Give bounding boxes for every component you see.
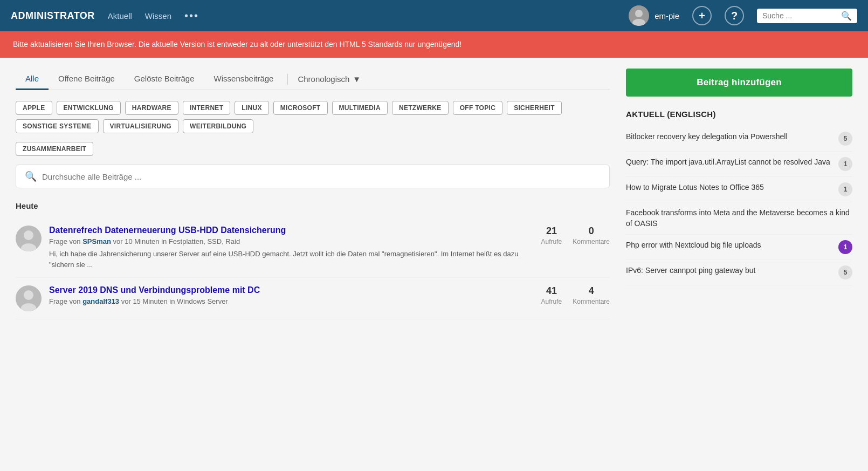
nav-link-wissen[interactable]: Wissen bbox=[145, 9, 171, 23]
nav-search-icon[interactable]: 🔍 bbox=[841, 11, 852, 21]
tab-alle[interactable]: Alle bbox=[16, 69, 49, 90]
tags-row-2: ZUSAMMENARBEIT bbox=[16, 142, 610, 156]
post-views-1: 21 Aufrufe bbox=[541, 226, 562, 245]
post-author-2[interactable]: gandalf313 bbox=[82, 297, 119, 305]
post-meta-1: Frage von SPSman vor 10 Minuten in Festp… bbox=[49, 237, 534, 245]
search-input[interactable] bbox=[42, 172, 601, 181]
tag-apple[interactable]: APPLE bbox=[16, 101, 52, 115]
tag-entwicklung[interactable]: ENTWICKLUNG bbox=[57, 101, 121, 115]
post-views-2: 41 Aufrufe bbox=[541, 285, 562, 305]
post-comments-count-2: 4 bbox=[589, 285, 594, 297]
post-meta-suffix-1: vor 10 Minuten in Festplatten, SSD, Raid bbox=[113, 237, 240, 245]
post-comments-1: 0 Kommentare bbox=[573, 226, 610, 245]
sidebar-item-5[interactable]: Php error with Nextcloud big file upload… bbox=[626, 235, 852, 260]
post-avatar-2 bbox=[16, 285, 42, 311]
post-excerpt-1: Hi, ich habe die Jahrensicherung unserer… bbox=[49, 249, 534, 270]
tag-hardware[interactable]: HARDWARE bbox=[125, 101, 178, 115]
nav-brand[interactable]: ADMINISTRATOR bbox=[11, 10, 95, 22]
sidebar-item-badge-3: 1 bbox=[838, 182, 852, 196]
alert-text: Bitte aktualisieren Sie Ihren Browser. D… bbox=[13, 40, 461, 49]
search-bar: 🔍 bbox=[16, 165, 610, 188]
post-meta-prefix-2: Frage von bbox=[49, 297, 81, 305]
post-title-2[interactable]: Server 2019 DNS und Verbindungsprobleme … bbox=[49, 285, 534, 295]
add-post-button[interactable]: Beitrag hinzufügen bbox=[626, 69, 852, 97]
section-today-header: Heute bbox=[16, 201, 610, 210]
nav-help-button[interactable]: ? bbox=[725, 6, 744, 25]
post-avatar-image-2 bbox=[16, 285, 42, 311]
chevron-down-icon: ▼ bbox=[353, 74, 361, 84]
tag-sonstige[interactable]: SONSTIGE SYSTEME bbox=[16, 119, 99, 133]
svg-point-1 bbox=[635, 10, 643, 17]
sidebar-item-title-5: Php error with Nextcloud big file upload… bbox=[626, 240, 833, 251]
post-views-count-2: 41 bbox=[546, 285, 557, 297]
sidebar-item-2[interactable]: Query: The import java.util.ArrayList ca… bbox=[626, 152, 852, 177]
sidebar-item-badge-5: 1 bbox=[838, 240, 852, 254]
nav-user[interactable]: em-pie bbox=[629, 5, 679, 26]
sidebar-item-title-6: IPv6: Server cannpot ping gateway but bbox=[626, 265, 833, 276]
post-body-1: Datenrefrech Datenerneuerung USB-HDD Dat… bbox=[49, 226, 534, 270]
post-views-label-2: Aufrufe bbox=[541, 298, 562, 305]
nav-search-input[interactable] bbox=[762, 11, 838, 20]
tab-sort[interactable]: Chronologisch ▼ bbox=[292, 69, 366, 89]
sidebar-item-badge-1: 5 bbox=[838, 132, 852, 146]
post-author-1[interactable]: SPSman bbox=[82, 237, 111, 245]
sidebar-section-title: AKTUELL (ENGLISCH) bbox=[626, 110, 852, 119]
tab-wissens[interactable]: Wissensbeiträge bbox=[204, 69, 284, 90]
post-comments-count-1: 0 bbox=[589, 226, 594, 237]
post-stats-2: 41 Aufrufe 4 Kommentare bbox=[541, 285, 610, 305]
tag-zusammenarbeit[interactable]: ZUSAMMENARBEIT bbox=[16, 142, 93, 156]
post-item-2: Server 2019 DNS und Verbindungsprobleme … bbox=[16, 278, 610, 319]
svg-point-7 bbox=[24, 290, 33, 300]
avatar-image bbox=[629, 5, 649, 26]
sidebar-item-title-4: Facebook transforms into Meta and the Me… bbox=[626, 208, 852, 229]
post-comments-label-2: Kommentare bbox=[573, 298, 610, 305]
nav-search: 🔍 bbox=[757, 9, 857, 23]
post-meta-2: Frage von gandalf313 vor 15 Minuten in W… bbox=[49, 297, 534, 305]
post-title-1[interactable]: Datenrefrech Datenerneuerung USB-HDD Dat… bbox=[49, 226, 534, 235]
sidebar-item-6[interactable]: IPv6: Server cannpot ping gateway but 5 bbox=[626, 260, 852, 285]
tags-row: APPLE ENTWICKLUNG HARDWARE INTERNET LINU… bbox=[16, 101, 610, 133]
post-item: Datenrefrech Datenerneuerung USB-HDD Dat… bbox=[16, 218, 610, 278]
nav-username: em-pie bbox=[655, 11, 679, 21]
post-comments-2: 4 Kommentare bbox=[573, 285, 610, 305]
sidebar-item-title-3: How to Migrate Lotus Notes to Office 365 bbox=[626, 182, 833, 193]
sort-label: Chronologisch bbox=[298, 74, 349, 84]
alert-banner: Bitte aktualisieren Sie Ihren Browser. D… bbox=[0, 31, 868, 58]
post-avatar-1 bbox=[16, 226, 42, 251]
sidebar-item-badge-2: 1 bbox=[838, 157, 852, 171]
nav-link-aktuell[interactable]: Aktuell bbox=[108, 9, 132, 23]
post-avatar-image-1 bbox=[16, 226, 42, 251]
top-nav: ADMINISTRATOR Aktuell Wissen ••• em-pie … bbox=[0, 0, 868, 31]
sidebar-item-title-1: Bitlocker recovery key delegation via Po… bbox=[626, 132, 833, 142]
tag-microsoft[interactable]: MICROSOFT bbox=[273, 101, 328, 115]
nav-add-button[interactable]: + bbox=[692, 6, 712, 25]
tab-geloeste[interactable]: Gelöste Beiträge bbox=[125, 69, 204, 90]
search-bar-icon: 🔍 bbox=[25, 170, 37, 182]
sidebar-item-title-2: Query: The import java.util.ArrayList ca… bbox=[626, 157, 833, 168]
sidebar: Beitrag hinzufügen AKTUELL (ENGLISCH) Bi… bbox=[626, 69, 852, 319]
tag-virtualisierung[interactable]: VIRTUALISIERUNG bbox=[103, 119, 179, 133]
sidebar-item-4[interactable]: Facebook transforms into Meta and the Me… bbox=[626, 202, 852, 235]
tag-weiterbildung[interactable]: WEITERBILDUNG bbox=[183, 119, 253, 133]
tab-offene[interactable]: Offene Beiträge bbox=[49, 69, 125, 90]
post-comments-label-1: Kommentare bbox=[573, 238, 610, 245]
tag-off-topic[interactable]: OFF TOPIC bbox=[453, 101, 502, 115]
tag-multimedia[interactable]: MULTIMEDIA bbox=[332, 101, 388, 115]
post-stats-1: 21 Aufrufe 0 Kommentare bbox=[541, 226, 610, 245]
sidebar-item-badge-6: 5 bbox=[838, 265, 852, 279]
tag-sicherheit[interactable]: SICHERHEIT bbox=[507, 101, 562, 115]
avatar bbox=[629, 5, 649, 26]
post-meta-prefix-1: Frage von bbox=[49, 237, 81, 245]
svg-point-4 bbox=[24, 230, 33, 240]
tab-divider bbox=[287, 74, 288, 85]
tabs-bar: Alle Offene Beiträge Gelöste Beiträge Wi… bbox=[16, 69, 610, 90]
sidebar-item-1[interactable]: Bitlocker recovery key delegation via Po… bbox=[626, 126, 852, 152]
tag-linux[interactable]: LINUX bbox=[235, 101, 269, 115]
tag-internet[interactable]: INTERNET bbox=[183, 101, 230, 115]
sidebar-item-3[interactable]: How to Migrate Lotus Notes to Office 365… bbox=[626, 177, 852, 202]
content-area: Alle Offene Beiträge Gelöste Beiträge Wi… bbox=[16, 69, 626, 319]
tag-netzwerke[interactable]: NETZWERKE bbox=[392, 101, 449, 115]
nav-more-icon[interactable]: ••• bbox=[184, 10, 199, 22]
post-views-count-1: 21 bbox=[546, 226, 557, 237]
main-layout: Alle Offene Beiträge Gelöste Beiträge Wi… bbox=[3, 58, 865, 330]
